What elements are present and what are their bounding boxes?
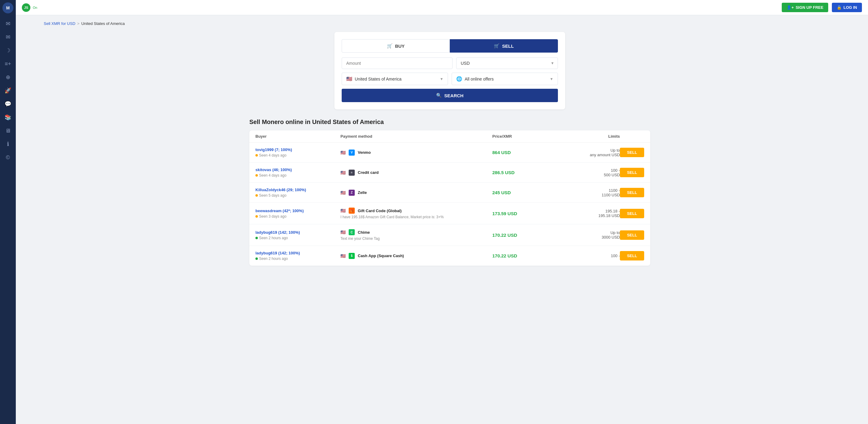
buyer-seen-2: Seen 4 days ago xyxy=(255,173,340,177)
offers-section: Sell Monero online in United States of A… xyxy=(249,118,650,266)
buyer-seen-3: Seen 5 days ago xyxy=(255,193,340,198)
payment-info-5: 🇺🇸 C Chime Text me your Chime Tag xyxy=(340,229,492,241)
currency-select[interactable]: USD xyxy=(456,57,558,69)
zelle-icon: Z xyxy=(349,190,355,196)
buyer-name-1[interactable]: tovig1999 (7; 100%) xyxy=(255,147,340,152)
search-icon: 🔍 xyxy=(436,93,442,98)
globe-icon: 🌐 xyxy=(456,76,462,82)
seen-dot-6 xyxy=(255,257,258,260)
seen-dot-2 xyxy=(255,174,258,177)
col-price: Price/XMR xyxy=(492,134,553,139)
topbar: JS On 👤+ SIGN UP FREE 🔒 LOG IN xyxy=(16,0,868,15)
limits-4: 195.18 -195.18 USD xyxy=(553,209,620,218)
login-button[interactable]: 🔒 LOG IN xyxy=(832,3,862,12)
buyer-name-5[interactable]: ladybug619 (142; 100%) xyxy=(255,230,340,235)
buyer-info-6: ladybug619 (142; 100%) Seen 2 hours ago xyxy=(255,251,340,261)
js-badge: JS xyxy=(22,3,30,12)
sidebar-icon-mail1[interactable]: ✉ xyxy=(2,18,13,29)
payment-row-1: 🇺🇸 V Venmo xyxy=(340,149,371,156)
sidebar-icon-info[interactable]: ℹ xyxy=(2,139,13,149)
buyer-info-1: tovig1999 (7; 100%) Seen 4 days ago xyxy=(255,147,340,158)
table-row: tovig1999 (7; 100%) Seen 4 days ago 🇺🇸 V… xyxy=(249,143,650,163)
table-row: ladybug619 (142; 100%) Seen 2 hours ago … xyxy=(249,246,650,266)
search-button[interactable]: 🔍 SEARCH xyxy=(342,89,558,102)
breadcrumb: Sell XMR for USD > United States of Amer… xyxy=(44,21,856,26)
col-buyer: Buyer xyxy=(255,134,340,139)
offers-select[interactable]: 🌐 All online offers ▼ xyxy=(452,73,558,85)
sidebar-icon-list-add[interactable]: ≡+ xyxy=(2,58,13,69)
buyer-seen-5: Seen 2 hours ago xyxy=(255,236,340,240)
login-icon: 🔒 xyxy=(837,5,842,10)
payment-row-5: 🇺🇸 C Chime xyxy=(340,229,370,235)
buyer-name-3[interactable]: KilluaZoldyck46 (29; 100%) xyxy=(255,188,340,192)
price-2: 286.5 USD xyxy=(492,170,553,175)
sell-button-4[interactable]: SELL xyxy=(620,209,644,218)
payment-flag-4: 🇺🇸 xyxy=(340,208,346,213)
buyer-info-2: skitovas (46; 100%) Seen 4 days ago xyxy=(255,167,340,177)
payment-flag-6: 🇺🇸 xyxy=(340,253,346,258)
sell-button-1[interactable]: SELL xyxy=(620,148,644,157)
payment-flag-1: 🇺🇸 xyxy=(340,150,346,155)
sidebar-icon-chat[interactable]: 💬 xyxy=(2,98,13,109)
offers-title: Sell Monero online in United States of A… xyxy=(249,118,650,125)
col-payment: Payment method xyxy=(340,134,492,139)
sell-button-3[interactable]: SELL xyxy=(620,188,644,197)
payment-info-3: 🇺🇸 Z Zelle xyxy=(340,190,492,196)
limits-3: 1100 -1100 USD xyxy=(553,188,620,197)
limits-2: 100 -500 USD xyxy=(553,168,620,177)
buyer-name-6[interactable]: ladybug619 (142; 100%) xyxy=(255,251,340,255)
sidebar-icon-books[interactable]: 📚 xyxy=(2,112,13,123)
country-select[interactable]: 🇺🇸 United States of America ▼ xyxy=(342,73,448,85)
signup-icon: 👤+ xyxy=(786,5,794,10)
tab-buy[interactable]: 🛒 BUY xyxy=(342,39,450,53)
sell-button-6[interactable]: SELL xyxy=(620,251,644,260)
sidebar-icon-monitor[interactable]: 🖥 xyxy=(2,125,13,136)
sidebar-icon-globe[interactable]: ⊕ xyxy=(2,72,13,83)
buyer-name-2[interactable]: skitovas (46; 100%) xyxy=(255,167,340,172)
payment-row-3: 🇺🇸 Z Zelle xyxy=(340,190,367,196)
gift-icon: 🎁 xyxy=(349,207,355,214)
seen-dot-5 xyxy=(255,237,258,239)
offers-table: Buyer Payment method Price/XMR Limits to… xyxy=(249,131,650,266)
country-offers-row: 🇺🇸 United States of America ▼ 🌐 All onli… xyxy=(342,73,558,85)
buyer-seen-6: Seen 2 hours ago xyxy=(255,257,340,261)
payment-desc-5: Text me your Chime Tag xyxy=(340,236,380,241)
buyer-name-4[interactable]: beewasdream (42*; 100%) xyxy=(255,208,340,213)
topbar-right: 👤+ SIGN UP FREE 🔒 LOG IN xyxy=(782,3,862,12)
offers-chevron-icon: ▼ xyxy=(550,77,553,81)
sidebar-icon-rocket[interactable]: 🚀 xyxy=(2,85,13,96)
buyer-seen-4: Seen 3 days ago xyxy=(255,214,340,219)
seen-dot-3 xyxy=(255,194,258,197)
sell-button-5[interactable]: SELL xyxy=(620,230,644,240)
limits-6: 100 - xyxy=(553,253,620,258)
price-1: 864 USD xyxy=(492,150,553,155)
sidebar-icon-moon[interactable]: ☽ xyxy=(2,45,13,56)
limits-5: Up to3000 USD xyxy=(553,230,620,239)
country-flag-icon: 🇺🇸 xyxy=(346,76,352,82)
payment-info-2: 🇺🇸 ≡ Credit card xyxy=(340,170,492,176)
buyer-info-3: KilluaZoldyck46 (29; 100%) Seen 5 days a… xyxy=(255,188,340,198)
signup-button[interactable]: 👤+ SIGN UP FREE xyxy=(782,3,828,12)
limits-1: Up toany amount USD xyxy=(553,148,620,157)
seen-dot-4 xyxy=(255,215,258,218)
sidebar: M ✉ ✉ ☽ ≡+ ⊕ 🚀 💬 📚 🖥 ℹ © xyxy=(0,0,16,424)
sell-button-2[interactable]: SELL xyxy=(620,168,644,177)
sidebar-icon-copyright[interactable]: © xyxy=(2,152,13,163)
table-row: KilluaZoldyck46 (29; 100%) Seen 5 days a… xyxy=(249,183,650,203)
offers-label: All online offers xyxy=(465,77,494,81)
payment-row-2: 🇺🇸 ≡ Credit card xyxy=(340,170,379,176)
col-limits: Limits xyxy=(553,134,620,139)
tab-sell[interactable]: 🛒 SELL xyxy=(450,39,558,53)
table-row: beewasdream (42*; 100%) Seen 3 days ago … xyxy=(249,203,650,224)
breadcrumb-separator: > xyxy=(77,21,80,26)
method-label-5: Chime xyxy=(358,230,370,235)
credit-icon: ≡ xyxy=(349,170,355,176)
sidebar-logo[interactable]: M xyxy=(2,2,13,13)
amount-input[interactable] xyxy=(342,57,453,69)
payment-info-6: 🇺🇸 $ Cash App (Square Cash) xyxy=(340,253,492,259)
table-row: ladybug619 (142; 100%) Seen 2 hours ago … xyxy=(249,224,650,246)
sidebar-icon-mail2[interactable]: ✉ xyxy=(2,32,13,43)
payment-flag-2: 🇺🇸 xyxy=(340,170,346,175)
method-label-4: Gift Card Code (Global) xyxy=(358,208,402,213)
breadcrumb-parent[interactable]: Sell XMR for USD xyxy=(44,21,75,26)
